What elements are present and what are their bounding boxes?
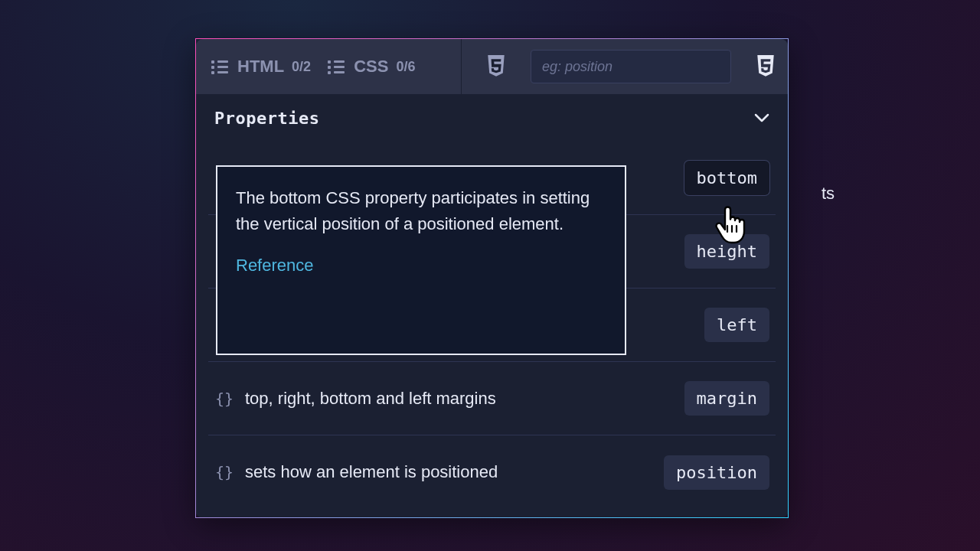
property-tag-left[interactable]: left [704,308,769,342]
tooltip-reference-link[interactable]: Reference [236,253,314,279]
tab-css-count: 0/6 [396,59,415,75]
section-header[interactable]: Properties [196,94,788,142]
braces-icon: {} [214,463,234,481]
tab-css[interactable]: CSS 0/6 [328,57,415,77]
property-tag-position[interactable]: position [664,455,769,490]
tab-html-label: HTML [237,57,284,77]
tab-bar: HTML 0/2 CSS 0/6 [196,39,788,94]
css3-shield-icon[interactable] [756,55,776,78]
list-icon [211,59,230,74]
search-input[interactable] [531,50,731,83]
tooltip: The bottom CSS property participates in … [216,165,626,355]
property-tag-height[interactable]: height [684,234,769,269]
row-desc-fragment: ts [822,184,835,204]
tab-css-label: CSS [354,57,388,77]
braces-icon: {} [214,390,234,408]
html5-shield-icon[interactable] [486,55,506,78]
row-desc: sets how an element is positioned [245,462,653,482]
property-tag-margin[interactable]: margin [684,381,769,416]
section-title: Properties [214,109,319,128]
tab-html[interactable]: HTML 0/2 [211,57,311,77]
tab-html-count: 0/2 [292,59,311,75]
list-item: {} top, right, bottom and left margins m… [208,362,776,435]
divider [461,39,462,94]
tooltip-text: The bottom CSS property participates in … [236,185,606,237]
property-tag-bottom[interactable]: bottom [684,161,769,195]
list-icon [328,59,346,74]
chevron-down-icon [754,113,769,122]
list-item: {} sets how an element is positioned pos… [208,435,776,509]
row-desc: top, right, bottom and left margins [245,389,674,409]
